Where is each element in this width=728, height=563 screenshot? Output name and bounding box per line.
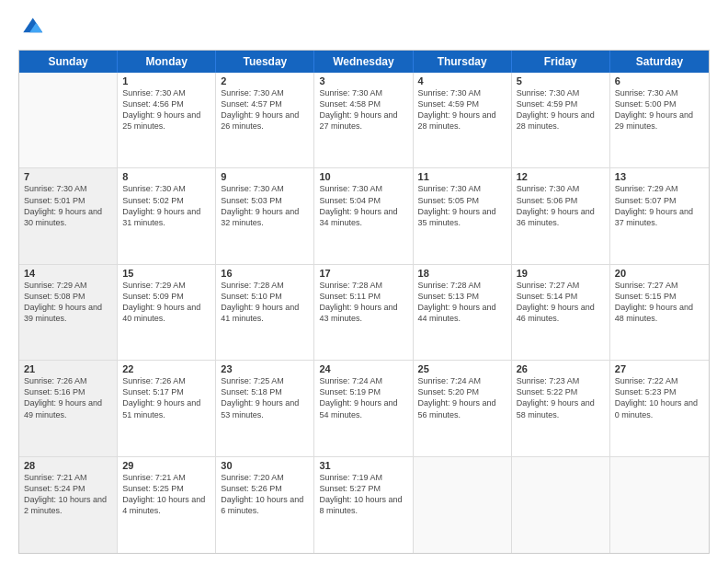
cell-info: Sunrise: 7:29 AMSunset: 5:08 PMDaylight:… [24,280,112,325]
calendar-cell: 26Sunrise: 7:23 AMSunset: 5:22 PMDayligh… [512,361,610,455]
calendar-cell: 20Sunrise: 7:27 AMSunset: 5:15 PMDayligh… [610,265,709,360]
calendar-cell: 10Sunrise: 7:30 AMSunset: 5:04 PMDayligh… [314,168,413,263]
day-number: 4 [418,75,506,86]
calendar-cell: 1Sunrise: 7:30 AMSunset: 4:56 PMDaylight… [118,73,216,167]
day-number: 29 [122,460,210,471]
cell-info: Sunrise: 7:23 AMSunset: 5:22 PMDaylight:… [517,375,605,420]
calendar-cell: 9Sunrise: 7:30 AMSunset: 5:03 PMDaylight… [216,168,314,263]
day-number: 18 [418,268,506,279]
calendar-cell: 8Sunrise: 7:30 AMSunset: 5:02 PMDaylight… [118,168,216,263]
day-number: 23 [221,363,309,374]
cell-info: Sunrise: 7:24 AMSunset: 5:19 PMDaylight:… [319,375,407,420]
cell-info: Sunrise: 7:30 AMSunset: 5:02 PMDaylight:… [122,183,210,228]
cell-info: Sunrise: 7:21 AMSunset: 5:25 PMDaylight:… [122,472,210,517]
calendar-cell [512,457,610,553]
cell-info: Sunrise: 7:25 AMSunset: 5:18 PMDaylight:… [221,375,309,420]
calendar-cell: 2Sunrise: 7:30 AMSunset: 4:57 PMDaylight… [216,73,314,167]
calendar-cell [610,457,709,553]
calendar-week-2: 14Sunrise: 7:29 AMSunset: 5:08 PMDayligh… [19,265,709,361]
day-number: 26 [517,363,605,374]
calendar-cell: 13Sunrise: 7:29 AMSunset: 5:07 PMDayligh… [610,168,709,263]
calendar-cell: 18Sunrise: 7:28 AMSunset: 5:13 PMDayligh… [414,265,512,360]
day-number: 3 [319,75,407,86]
cell-info: Sunrise: 7:30 AMSunset: 4:58 PMDaylight:… [319,87,407,132]
calendar-cell: 17Sunrise: 7:28 AMSunset: 5:11 PMDayligh… [314,265,413,360]
calendar-cell: 31Sunrise: 7:19 AMSunset: 5:27 PMDayligh… [314,457,413,553]
calendar-cell: 3Sunrise: 7:30 AMSunset: 4:58 PMDaylight… [314,73,413,167]
calendar-cell: 14Sunrise: 7:29 AMSunset: 5:08 PMDayligh… [19,265,118,360]
day-number: 30 [221,460,309,471]
cell-info: Sunrise: 7:28 AMSunset: 5:13 PMDaylight:… [418,280,506,325]
day-number: 22 [122,363,210,374]
day-number: 2 [221,75,309,86]
day-number: 14 [24,268,112,279]
day-number: 10 [319,171,407,182]
weekday-header-wednesday: Wednesday [314,51,413,73]
calendar-cell: 27Sunrise: 7:22 AMSunset: 5:23 PMDayligh… [610,361,709,455]
cell-info: Sunrise: 7:30 AMSunset: 5:01 PMDaylight:… [24,183,112,228]
calendar-cell: 25Sunrise: 7:24 AMSunset: 5:20 PMDayligh… [414,361,512,455]
weekday-header-sunday: Sunday [19,51,118,73]
calendar-cell: 23Sunrise: 7:25 AMSunset: 5:18 PMDayligh… [216,361,314,455]
day-number: 27 [615,363,704,374]
cell-info: Sunrise: 7:29 AMSunset: 5:07 PMDaylight:… [615,183,704,228]
day-number: 13 [615,171,704,182]
calendar-body: 1Sunrise: 7:30 AMSunset: 4:56 PMDaylight… [19,73,709,553]
cell-info: Sunrise: 7:21 AMSunset: 5:24 PMDaylight:… [24,472,112,517]
calendar-header: SundayMondayTuesdayWednesdayThursdayFrid… [19,51,709,73]
cell-info: Sunrise: 7:30 AMSunset: 5:04 PMDaylight:… [319,183,407,228]
day-number: 9 [221,171,309,182]
day-number: 16 [221,268,309,279]
day-number: 8 [122,171,210,182]
day-number: 20 [615,268,704,279]
calendar-cell: 11Sunrise: 7:30 AMSunset: 5:05 PMDayligh… [414,168,512,263]
calendar-cell: 19Sunrise: 7:27 AMSunset: 5:14 PMDayligh… [512,265,610,360]
calendar-cell: 29Sunrise: 7:21 AMSunset: 5:25 PMDayligh… [118,457,216,553]
calendar-cell: 28Sunrise: 7:21 AMSunset: 5:24 PMDayligh… [19,457,118,553]
calendar-cell: 6Sunrise: 7:30 AMSunset: 5:00 PMDaylight… [610,73,709,167]
cell-info: Sunrise: 7:26 AMSunset: 5:17 PMDaylight:… [122,375,210,420]
cell-info: Sunrise: 7:27 AMSunset: 5:14 PMDaylight:… [517,280,605,325]
cell-info: Sunrise: 7:29 AMSunset: 5:09 PMDaylight:… [122,280,210,325]
cell-info: Sunrise: 7:24 AMSunset: 5:20 PMDaylight:… [418,375,506,420]
weekday-header-thursday: Thursday [414,51,512,73]
weekday-header-tuesday: Tuesday [216,51,314,73]
cell-info: Sunrise: 7:30 AMSunset: 5:03 PMDaylight:… [221,183,309,228]
cell-info: Sunrise: 7:19 AMSunset: 5:27 PMDaylight:… [319,472,407,517]
logo-icon [18,15,44,40]
day-number: 21 [24,363,112,374]
cell-info: Sunrise: 7:30 AMSunset: 4:59 PMDaylight:… [418,87,506,132]
calendar-cell: 4Sunrise: 7:30 AMSunset: 4:59 PMDaylight… [414,73,512,167]
calendar-cell: 21Sunrise: 7:26 AMSunset: 5:16 PMDayligh… [19,361,118,455]
cell-info: Sunrise: 7:28 AMSunset: 5:11 PMDaylight:… [319,280,407,325]
logo [18,15,48,40]
cell-info: Sunrise: 7:30 AMSunset: 4:56 PMDaylight:… [122,87,210,132]
cell-info: Sunrise: 7:30 AMSunset: 5:00 PMDaylight:… [615,87,704,132]
day-number: 5 [517,75,605,86]
cell-info: Sunrise: 7:28 AMSunset: 5:10 PMDaylight:… [221,280,309,325]
calendar-cell: 16Sunrise: 7:28 AMSunset: 5:10 PMDayligh… [216,265,314,360]
day-number: 28 [24,460,112,471]
cell-info: Sunrise: 7:26 AMSunset: 5:16 PMDaylight:… [24,375,112,420]
calendar: SundayMondayTuesdayWednesdayThursdayFrid… [18,50,710,554]
calendar-cell: 5Sunrise: 7:30 AMSunset: 4:59 PMDaylight… [512,73,610,167]
calendar-cell: 7Sunrise: 7:30 AMSunset: 5:01 PMDaylight… [19,168,118,263]
day-number: 31 [319,460,407,471]
calendar-cell: 12Sunrise: 7:30 AMSunset: 5:06 PMDayligh… [512,168,610,263]
day-number: 17 [319,268,407,279]
calendar-week-1: 7Sunrise: 7:30 AMSunset: 5:01 PMDaylight… [19,168,709,264]
calendar-cell: 22Sunrise: 7:26 AMSunset: 5:17 PMDayligh… [118,361,216,455]
calendar-week-3: 21Sunrise: 7:26 AMSunset: 5:16 PMDayligh… [19,361,709,456]
day-number: 19 [517,268,605,279]
page: SundayMondayTuesdayWednesdayThursdayFrid… [0,0,728,563]
calendar-cell: 30Sunrise: 7:20 AMSunset: 5:26 PMDayligh… [216,457,314,553]
day-number: 24 [319,363,407,374]
day-number: 7 [24,171,112,182]
day-number: 1 [122,75,210,86]
day-number: 15 [122,268,210,279]
cell-info: Sunrise: 7:27 AMSunset: 5:15 PMDaylight:… [615,280,704,325]
day-number: 11 [418,171,506,182]
header [18,15,710,40]
day-number: 25 [418,363,506,374]
calendar-cell [19,73,118,167]
